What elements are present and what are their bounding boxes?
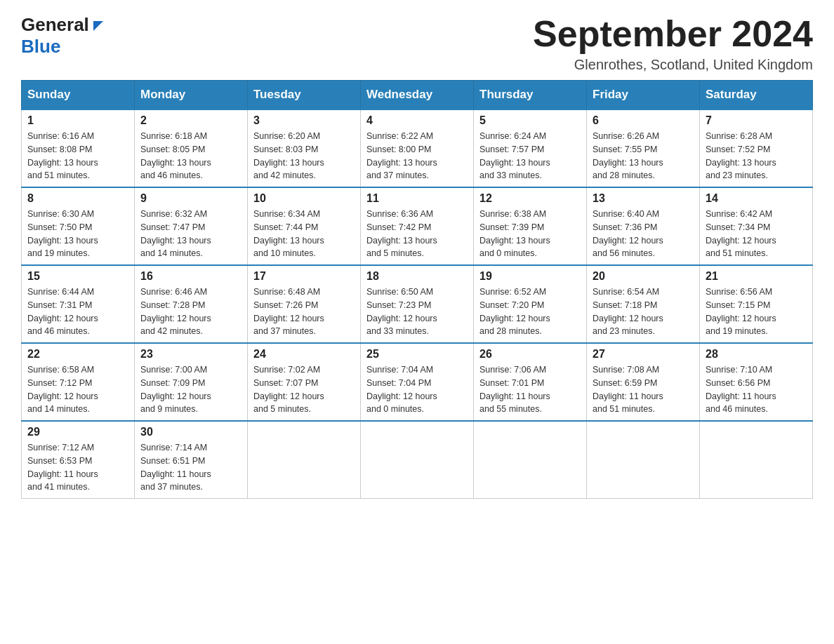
col-monday: Monday [135, 81, 248, 110]
page-header: General Blue September 2024 Glenrothes, … [21, 14, 813, 73]
calendar-cell: 12Sunrise: 6:38 AMSunset: 7:39 PMDayligh… [474, 187, 587, 265]
calendar-cell: 7Sunrise: 6:28 AMSunset: 7:52 PMDaylight… [700, 109, 813, 187]
day-info: Sunrise: 6:58 AMSunset: 7:12 PMDaylight:… [27, 363, 128, 416]
calendar-cell [474, 421, 587, 499]
day-number: 9 [140, 192, 241, 205]
calendar-week-row-1: 1Sunrise: 6:16 AMSunset: 8:08 PMDaylight… [22, 109, 813, 187]
day-number: 23 [140, 348, 241, 361]
calendar-header-row: Sunday Monday Tuesday Wednesday Thursday… [22, 81, 813, 110]
day-info: Sunrise: 6:56 AMSunset: 7:15 PMDaylight:… [706, 286, 807, 338]
day-info: Sunrise: 6:48 AMSunset: 7:26 PMDaylight:… [253, 286, 355, 338]
day-info: Sunrise: 7:14 AMSunset: 6:51 PMDaylight:… [140, 441, 241, 494]
day-info: Sunrise: 6:20 AMSunset: 8:03 PMDaylight:… [253, 130, 355, 182]
day-number: 25 [366, 348, 468, 361]
col-wednesday: Wednesday [361, 81, 474, 110]
calendar-cell: 13Sunrise: 6:40 AMSunset: 7:36 PMDayligh… [587, 187, 700, 265]
calendar-cell [248, 421, 361, 499]
day-info: Sunrise: 6:32 AMSunset: 7:47 PMDaylight:… [140, 208, 241, 260]
calendar-cell: 21Sunrise: 6:56 AMSunset: 7:15 PMDayligh… [700, 265, 813, 343]
day-number: 7 [706, 114, 807, 127]
calendar-cell: 28Sunrise: 7:10 AMSunset: 6:56 PMDayligh… [700, 343, 813, 421]
calendar-cell: 19Sunrise: 6:52 AMSunset: 7:20 PMDayligh… [474, 265, 587, 343]
day-number: 20 [593, 270, 694, 283]
calendar-week-row-4: 22Sunrise: 6:58 AMSunset: 7:12 PMDayligh… [22, 343, 813, 421]
day-info: Sunrise: 6:38 AMSunset: 7:39 PMDaylight:… [479, 208, 581, 260]
day-number: 15 [27, 270, 128, 283]
calendar-cell: 15Sunrise: 6:44 AMSunset: 7:31 PMDayligh… [22, 265, 135, 343]
day-info: Sunrise: 6:44 AMSunset: 7:31 PMDaylight:… [27, 286, 128, 338]
calendar-cell: 3Sunrise: 6:20 AMSunset: 8:03 PMDaylight… [248, 109, 361, 187]
calendar-cell: 2Sunrise: 6:18 AMSunset: 8:05 PMDaylight… [135, 109, 248, 187]
day-number: 21 [706, 270, 807, 283]
col-thursday: Thursday [474, 81, 587, 110]
calendar-cell [361, 421, 474, 499]
calendar-cell: 9Sunrise: 6:32 AMSunset: 7:47 PMDaylight… [135, 187, 248, 265]
day-number: 5 [479, 114, 581, 127]
calendar-week-row-5: 29Sunrise: 7:12 AMSunset: 6:53 PMDayligh… [22, 421, 813, 499]
day-number: 14 [706, 192, 807, 205]
day-number: 27 [593, 348, 694, 361]
calendar-cell: 10Sunrise: 6:34 AMSunset: 7:44 PMDayligh… [248, 187, 361, 265]
day-number: 30 [140, 426, 241, 438]
col-saturday: Saturday [700, 81, 813, 110]
day-number: 18 [366, 270, 468, 283]
day-info: Sunrise: 6:54 AMSunset: 7:18 PMDaylight:… [593, 286, 694, 338]
day-number: 10 [253, 192, 355, 205]
day-info: Sunrise: 6:16 AMSunset: 8:08 PMDaylight:… [27, 130, 128, 182]
calendar-cell: 26Sunrise: 7:06 AMSunset: 7:01 PMDayligh… [474, 343, 587, 421]
logo-general: General [21, 14, 89, 36]
col-tuesday: Tuesday [248, 81, 361, 110]
calendar-cell: 11Sunrise: 6:36 AMSunset: 7:42 PMDayligh… [361, 187, 474, 265]
day-number: 26 [479, 348, 581, 361]
calendar-week-row-2: 8Sunrise: 6:30 AMSunset: 7:50 PMDaylight… [22, 187, 813, 265]
day-number: 29 [27, 426, 128, 438]
day-number: 11 [366, 192, 468, 205]
day-number: 3 [253, 114, 355, 127]
calendar-cell: 8Sunrise: 6:30 AMSunset: 7:50 PMDaylight… [22, 187, 135, 265]
calendar-cell: 22Sunrise: 6:58 AMSunset: 7:12 PMDayligh… [22, 343, 135, 421]
day-number: 4 [366, 114, 468, 127]
day-number: 6 [593, 114, 694, 127]
day-info: Sunrise: 6:36 AMSunset: 7:42 PMDaylight:… [366, 208, 468, 260]
day-number: 17 [253, 270, 355, 283]
day-number: 19 [479, 270, 581, 283]
calendar-cell: 14Sunrise: 6:42 AMSunset: 7:34 PMDayligh… [700, 187, 813, 265]
day-info: Sunrise: 7:02 AMSunset: 7:07 PMDaylight:… [253, 363, 355, 416]
col-sunday: Sunday [22, 81, 135, 110]
day-info: Sunrise: 6:24 AMSunset: 7:57 PMDaylight:… [479, 130, 581, 182]
svg-marker-0 [93, 21, 103, 31]
day-number: 2 [140, 114, 241, 127]
day-info: Sunrise: 6:28 AMSunset: 7:52 PMDaylight:… [706, 130, 807, 182]
day-number: 28 [706, 348, 807, 361]
day-number: 13 [593, 192, 694, 205]
day-info: Sunrise: 6:52 AMSunset: 7:20 PMDaylight:… [479, 286, 581, 338]
logo: General Blue [21, 14, 106, 58]
day-info: Sunrise: 6:40 AMSunset: 7:36 PMDaylight:… [593, 208, 694, 260]
day-info: Sunrise: 7:08 AMSunset: 6:59 PMDaylight:… [593, 363, 694, 416]
calendar-cell: 30Sunrise: 7:14 AMSunset: 6:51 PMDayligh… [135, 421, 248, 499]
calendar-cell: 1Sunrise: 6:16 AMSunset: 8:08 PMDaylight… [22, 109, 135, 187]
day-info: Sunrise: 7:06 AMSunset: 7:01 PMDaylight:… [479, 363, 581, 416]
day-info: Sunrise: 7:04 AMSunset: 7:04 PMDaylight:… [366, 363, 468, 416]
calendar-cell: 17Sunrise: 6:48 AMSunset: 7:26 PMDayligh… [248, 265, 361, 343]
month-year-title: September 2024 [533, 14, 813, 54]
day-number: 12 [479, 192, 581, 205]
day-info: Sunrise: 6:50 AMSunset: 7:23 PMDaylight:… [366, 286, 468, 338]
calendar-cell: 27Sunrise: 7:08 AMSunset: 6:59 PMDayligh… [587, 343, 700, 421]
day-info: Sunrise: 6:18 AMSunset: 8:05 PMDaylight:… [140, 130, 241, 182]
day-info: Sunrise: 6:34 AMSunset: 7:44 PMDaylight:… [253, 208, 355, 260]
day-info: Sunrise: 6:26 AMSunset: 7:55 PMDaylight:… [593, 130, 694, 182]
day-number: 8 [27, 192, 128, 205]
calendar-cell: 29Sunrise: 7:12 AMSunset: 6:53 PMDayligh… [22, 421, 135, 499]
day-number: 24 [253, 348, 355, 361]
day-info: Sunrise: 7:12 AMSunset: 6:53 PMDaylight:… [27, 441, 128, 494]
calendar-cell: 16Sunrise: 6:46 AMSunset: 7:28 PMDayligh… [135, 265, 248, 343]
calendar-cell: 4Sunrise: 6:22 AMSunset: 8:00 PMDaylight… [361, 109, 474, 187]
col-friday: Friday [587, 81, 700, 110]
day-info: Sunrise: 7:10 AMSunset: 6:56 PMDaylight:… [706, 363, 807, 416]
calendar-week-row-3: 15Sunrise: 6:44 AMSunset: 7:31 PMDayligh… [22, 265, 813, 343]
calendar-cell: 23Sunrise: 7:00 AMSunset: 7:09 PMDayligh… [135, 343, 248, 421]
day-info: Sunrise: 6:30 AMSunset: 7:50 PMDaylight:… [27, 208, 128, 260]
day-info: Sunrise: 6:46 AMSunset: 7:28 PMDaylight:… [140, 286, 241, 338]
day-number: 1 [27, 114, 128, 127]
